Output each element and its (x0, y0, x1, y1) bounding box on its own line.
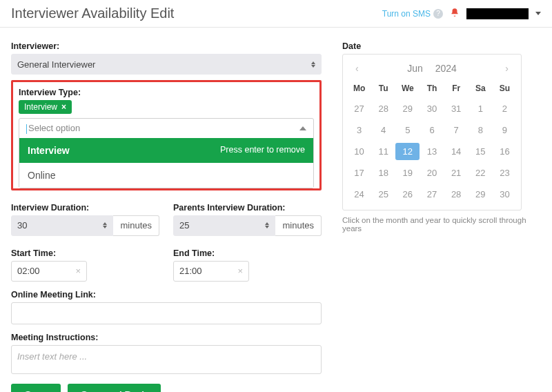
dropdown-placeholder: Select option (26, 123, 80, 134)
interviewer-select[interactable]: General Interviewer (11, 54, 322, 75)
start-time-label: Start Time: (11, 248, 159, 258)
calendar-day-other-month[interactable]: 31 (444, 100, 469, 117)
calendar-dow: Sa (469, 81, 493, 96)
calendar-title[interactable]: Jun 2024 (407, 63, 457, 74)
calendar-dow: We (395, 81, 420, 96)
calendar-year: 2024 (435, 63, 457, 74)
calendar-prev-icon[interactable]: ‹ (351, 61, 363, 75)
turn-on-sms-link[interactable]: Turn on SMS ? (382, 9, 443, 19)
chip-text: Interview (24, 102, 57, 112)
calendar-day[interactable]: 10 (347, 143, 371, 160)
calendar-month: Jun (407, 63, 423, 74)
calendar-day[interactable]: 2 (493, 100, 517, 117)
interview-type-chip[interactable]: Interview × (19, 100, 72, 114)
calendar-dow: Fr (444, 81, 469, 96)
calendar-dow: Tu (371, 81, 395, 96)
calendar-next-icon[interactable]: › (501, 61, 513, 75)
calendar-day-other-month[interactable]: 28 (371, 100, 395, 117)
option-label: Interview (28, 145, 70, 156)
sms-link-text: Turn on SMS (382, 9, 431, 19)
meeting-instructions-input[interactable]: Insert text here ... (11, 345, 322, 374)
select-caret-icon (265, 222, 269, 228)
calendar-day[interactable]: 26 (395, 186, 420, 203)
option-interview[interactable]: Interview Press enter to remove (19, 138, 313, 163)
calendar-day[interactable]: 20 (420, 164, 444, 182)
end-time-label: End Time: (173, 248, 322, 258)
calendar-day[interactable]: 5 (395, 121, 420, 139)
calendar-day[interactable]: 4 (371, 121, 395, 139)
calendar-day[interactable]: 6 (420, 121, 444, 139)
user-menu[interactable] (466, 8, 529, 19)
interviewer-selected: General Interviewer (17, 59, 95, 70)
option-online[interactable]: Online (19, 163, 313, 188)
calendar-day[interactable]: 11 (371, 143, 395, 160)
interview-duration-select[interactable]: 30 (11, 215, 113, 236)
save-button[interactable]: Save (11, 384, 61, 392)
page-title: Interviewer Availability Edit (11, 6, 174, 21)
date-label: Date (342, 41, 541, 51)
online-link-input[interactable] (11, 302, 322, 324)
online-link-label: Online Meeting Link: (11, 290, 322, 300)
end-time-input[interactable]: 21:00 × (173, 261, 249, 282)
calendar-day-other-month[interactable]: 30 (420, 100, 444, 117)
calendar-day-selected[interactable]: 12 (395, 143, 420, 160)
parents-duration-label: Parents Interview Duration: (173, 203, 322, 213)
interview-type-dropdown[interactable]: Select option Interview Press enter to r… (19, 118, 314, 188)
parents-duration-value: 25 (179, 220, 189, 231)
calendar-note: Click on the month and year to quickly s… (342, 216, 535, 233)
calendar-dow: Su (493, 81, 517, 96)
calendar-day[interactable]: 3 (347, 121, 371, 139)
user-menu-caret-icon (535, 12, 541, 15)
end-time-value: 21:00 (179, 266, 202, 276)
select-caret-icon (103, 222, 107, 228)
calendar-day[interactable]: 15 (469, 143, 493, 160)
bell-icon[interactable] (450, 8, 460, 19)
calendar-day-other-month[interactable]: 27 (347, 100, 371, 117)
chip-remove-icon[interactable]: × (61, 102, 66, 112)
interview-duration-value: 30 (17, 220, 27, 231)
interview-duration-label: Interview Duration: (11, 203, 159, 213)
calendar-day[interactable]: 14 (444, 143, 469, 160)
calendar-day[interactable]: 1 (469, 100, 493, 117)
duration-unit: minutes (275, 215, 322, 236)
interviewer-label: Interviewer: (11, 41, 322, 51)
calendar-day[interactable]: 27 (420, 186, 444, 203)
save-and-back-button[interactable]: Save and Back (68, 384, 161, 392)
calendar-day[interactable]: 7 (444, 121, 469, 139)
option-hint: Press enter to remove (220, 145, 305, 156)
calendar-day[interactable]: 17 (347, 164, 371, 182)
clear-icon[interactable]: × (75, 266, 81, 276)
parents-duration-select[interactable]: 25 (173, 215, 275, 236)
calendar-day[interactable]: 28 (444, 186, 469, 203)
topbar-right: Turn on SMS ? (382, 8, 541, 19)
calendar-day[interactable]: 30 (493, 186, 517, 203)
calendar-day[interactable]: 18 (371, 164, 395, 182)
calendar-day[interactable]: 21 (444, 164, 469, 182)
calendar-day[interactable]: 9 (493, 121, 517, 139)
start-time-input[interactable]: 02:00 × (11, 261, 87, 282)
calendar-day[interactable]: 29 (469, 186, 493, 203)
calendar-dow: Mo (347, 81, 371, 96)
calendar-day[interactable]: 24 (347, 186, 371, 203)
interview-type-label: Interview Type: (19, 88, 314, 97)
clear-icon[interactable]: × (237, 266, 243, 276)
meeting-instructions-label: Meeting Instructions: (11, 333, 322, 342)
calendar-day[interactable]: 19 (395, 164, 420, 182)
calendar-day[interactable]: 23 (493, 164, 517, 182)
help-icon: ? (433, 9, 443, 19)
calendar: ‹ Jun 2024 › MoTuWeThFrSaSu2728293031123… (342, 54, 522, 210)
calendar-day[interactable]: 8 (469, 121, 493, 139)
dropdown-collapse-icon[interactable] (299, 126, 306, 130)
calendar-day-other-month[interactable]: 29 (395, 100, 420, 117)
calendar-day[interactable]: 13 (420, 143, 444, 160)
interview-type-highlight: Interview Type: Interview × Select optio… (11, 80, 322, 190)
start-time-value: 02:00 (17, 266, 40, 276)
calendar-day[interactable]: 25 (371, 186, 395, 203)
calendar-day[interactable]: 16 (493, 143, 517, 160)
select-caret-icon (311, 61, 315, 68)
duration-unit: minutes (113, 215, 159, 236)
calendar-dow: Th (420, 81, 444, 96)
calendar-day[interactable]: 22 (469, 164, 493, 182)
